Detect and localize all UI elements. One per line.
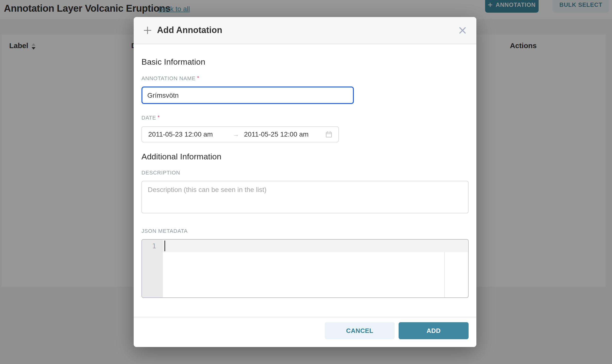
add-button[interactable]: ADD xyxy=(399,322,469,339)
modal-header: Add Annotation xyxy=(134,17,476,44)
annotation-name-label-text: ANNOTATION NAME xyxy=(142,75,196,81)
date-label: DATE* xyxy=(142,115,469,120)
section-basic-information: Basic Information xyxy=(142,57,469,67)
required-asterisk: * xyxy=(157,114,160,120)
annotation-name-label: ANNOTATION NAME* xyxy=(142,76,469,81)
annotation-name-input[interactable] xyxy=(142,86,354,104)
description-textarea[interactable] xyxy=(142,181,469,213)
editor-cursor xyxy=(164,240,165,251)
description-label: DESCRIPTION xyxy=(142,170,469,175)
add-annotation-modal: Add Annotation Basic Information ANNOTAT… xyxy=(134,17,476,347)
close-icon[interactable] xyxy=(457,25,468,36)
section-additional-information: Additional Information xyxy=(142,151,469,162)
required-asterisk: * xyxy=(197,75,199,80)
date-range-picker[interactable]: 2011-05-23 12:00 am → 2011-05-25 12:00 a… xyxy=(142,126,339,142)
editor-line-number-gutter: 1 xyxy=(142,239,163,297)
json-metadata-editor[interactable]: 1 xyxy=(142,239,469,298)
date-range-start[interactable]: 2011-05-23 12:00 am xyxy=(148,130,233,138)
modal-title: Add Annotation xyxy=(157,25,222,35)
arrow-right-icon: → xyxy=(233,130,240,138)
cancel-button[interactable]: CANCEL xyxy=(325,322,395,339)
editor-active-line xyxy=(163,239,468,252)
date-label-text: DATE xyxy=(142,115,156,120)
json-metadata-label: JSON METADATA xyxy=(142,228,469,234)
plus-icon xyxy=(143,26,152,34)
modal-body: Basic Information ANNOTATION NAME* DATE*… xyxy=(134,44,476,317)
date-range-end[interactable]: 2011-05-25 12:00 am xyxy=(244,130,325,138)
modal-footer: CANCEL ADD xyxy=(134,317,476,347)
app-root: Label Description Actions Annotation Lay… xyxy=(0,0,612,364)
calendar-icon xyxy=(325,130,333,138)
